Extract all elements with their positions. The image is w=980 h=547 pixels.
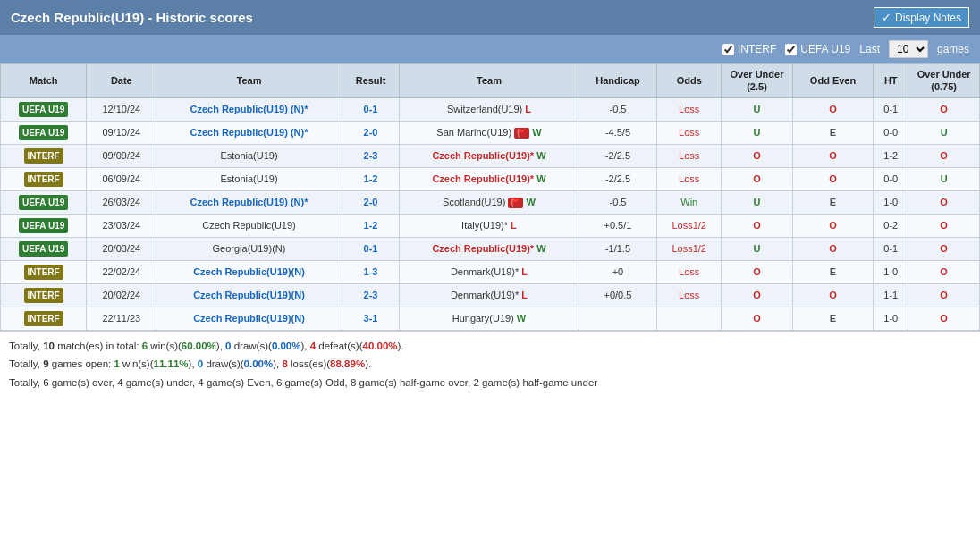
- over-under-075-cell: O: [908, 144, 980, 167]
- games-label: games: [937, 43, 969, 55]
- odd-even-cell: O: [792, 144, 873, 167]
- col-over-under-075: Over Under (0.75): [908, 64, 980, 98]
- team2-cell: Scotland(U19)🚩 W: [400, 190, 579, 214]
- match-type-badge: UEFA U19: [19, 125, 68, 140]
- result-cell: 1-2: [342, 214, 400, 237]
- last-games-select[interactable]: 5 10 15 20 25 30: [889, 40, 928, 58]
- match-type-badge: UEFA U19: [19, 218, 68, 233]
- outcome-badge: L: [519, 266, 528, 277]
- outcome-badge: W: [523, 197, 535, 207]
- outcome-badge: L: [508, 220, 517, 231]
- over-under-075-cell: O: [908, 283, 980, 307]
- over-under-075-cell: O: [908, 190, 980, 214]
- match-type-badge: INTERF: [24, 265, 63, 280]
- over-under-25-cell: O: [722, 283, 793, 307]
- flag-icon: 🚩: [508, 198, 523, 208]
- handicap-cell: [579, 307, 657, 330]
- col-team1: Team: [156, 64, 342, 98]
- table-row: UEFA U1909/10/24Czech Republic(U19) (N)*…: [1, 121, 980, 144]
- header-controls: ✓ Display Notes: [874, 7, 969, 28]
- col-date: Date: [87, 64, 156, 98]
- handicap-cell: -0.5: [579, 97, 657, 121]
- interf-filter-label[interactable]: INTERF: [722, 43, 776, 55]
- over-under-075-cell: O: [908, 237, 980, 260]
- team1-cell: Czech Republic(U19)(N): [156, 260, 342, 283]
- odd-even-cell: O: [792, 97, 873, 121]
- ht-cell: 1-0: [874, 307, 908, 330]
- outcome-badge: W: [534, 243, 545, 254]
- odds-cell: Win: [657, 190, 722, 214]
- checkmark-icon: ✓: [882, 11, 891, 24]
- date-cell: 22/11/23: [87, 307, 156, 330]
- team1-cell: Czech Republic(U19) (N)*: [156, 97, 342, 121]
- over-under-25-cell: O: [722, 307, 793, 330]
- ht-cell: 1-2: [874, 144, 908, 167]
- match-type-cell: UEFA U19: [1, 237, 87, 260]
- odd-even-cell: O: [792, 167, 873, 190]
- date-cell: 09/09/24: [87, 144, 156, 167]
- table-header-row: Match Date Team Result Team Handicap Odd…: [1, 64, 980, 98]
- col-handicap: Handicap: [579, 64, 657, 98]
- scores-table: Match Date Team Result Team Handicap Odd…: [0, 63, 980, 331]
- outcome-badge: W: [529, 127, 541, 138]
- odds-cell: Loss: [657, 283, 722, 307]
- team1-cell: Estonia(U19): [156, 144, 342, 167]
- date-cell: 09/10/24: [87, 121, 156, 144]
- table-row: INTERF09/09/24Estonia(U19)2-3Czech Repub…: [1, 144, 980, 167]
- ht-cell: 0-1: [874, 97, 908, 121]
- col-match: Match: [1, 64, 87, 98]
- handicap-cell: -1/1.5: [579, 237, 657, 260]
- match-type-cell: UEFA U19: [1, 121, 87, 144]
- date-cell: 20/02/24: [87, 283, 156, 307]
- match-type-badge: UEFA U19: [19, 102, 68, 117]
- page-title: Czech Republic(U19) - Historic scores: [11, 10, 253, 25]
- match-type-cell: INTERF: [1, 260, 87, 283]
- handicap-cell: -2/2.5: [579, 144, 657, 167]
- over-under-25-cell: O: [722, 167, 793, 190]
- uefa-filter-label[interactable]: UEFA U19: [785, 43, 850, 55]
- table-row: UEFA U1920/03/24Georgia(U19)(N)0-1Czech …: [1, 237, 980, 260]
- odds-cell: Loss1/2: [657, 237, 722, 260]
- team2-cell: Italy(U19)* L: [400, 214, 579, 237]
- table-row: UEFA U1926/03/24Czech Republic(U19) (N)*…: [1, 190, 980, 214]
- summary-line3: Totally, 6 game(s) over, 4 game(s) under…: [9, 374, 971, 392]
- result-cell: 1-3: [342, 260, 400, 283]
- handicap-cell: -0.5: [579, 190, 657, 214]
- odds-cell: Loss: [657, 97, 722, 121]
- col-odd-even: Odd Even: [792, 64, 873, 98]
- table-row: UEFA U1923/03/24Czech Republic(U19)1-2It…: [1, 214, 980, 237]
- match-type-cell: INTERF: [1, 167, 87, 190]
- match-type-badge: INTERF: [24, 172, 63, 187]
- summary-line2: Totally, 9 games open: 1 win(s)(11.11%),…: [9, 355, 971, 374]
- handicap-cell: +0/0.5: [579, 283, 657, 307]
- handicap-cell: -2/2.5: [579, 167, 657, 190]
- uefa-checkbox[interactable]: [785, 44, 797, 55]
- col-result: Result: [342, 64, 400, 98]
- table-row: UEFA U1912/10/24Czech Republic(U19) (N)*…: [1, 97, 980, 121]
- page-header: Czech Republic(U19) - Historic scores ✓ …: [0, 0, 980, 35]
- team1-cell: Georgia(U19)(N): [156, 237, 342, 260]
- odds-cell: Loss1/2: [657, 214, 722, 237]
- result-cell: 1-2: [342, 167, 400, 190]
- match-type-cell: INTERF: [1, 144, 87, 167]
- flag-icon: 🚩: [514, 128, 529, 139]
- over-under-075-cell: O: [908, 307, 980, 330]
- odds-cell: [657, 307, 722, 330]
- team1-cell: Czech Republic(U19)(N): [156, 283, 342, 307]
- table-row: INTERF22/11/23Czech Republic(U19)(N)3-1H…: [1, 307, 980, 330]
- odds-cell: Loss: [657, 144, 722, 167]
- over-under-25-cell: O: [722, 214, 793, 237]
- team1-cell: Czech Republic(U19) (N)*: [156, 121, 342, 144]
- outcome-badge: W: [534, 173, 545, 184]
- result-cell: 0-1: [342, 97, 400, 121]
- over-under-25-cell: U: [722, 237, 793, 260]
- table-row: INTERF20/02/24Czech Republic(U19)(N)2-3D…: [1, 283, 980, 307]
- result-cell: 2-3: [342, 283, 400, 307]
- outcome-badge: L: [519, 290, 528, 300]
- display-notes-button[interactable]: ✓ Display Notes: [874, 7, 969, 28]
- team1-cell: Czech Republic(U19)(N): [156, 307, 342, 330]
- result-cell: 2-0: [342, 121, 400, 144]
- last-label: Last: [859, 43, 880, 55]
- over-under-075-cell: U: [908, 167, 980, 190]
- interf-checkbox[interactable]: [722, 44, 734, 55]
